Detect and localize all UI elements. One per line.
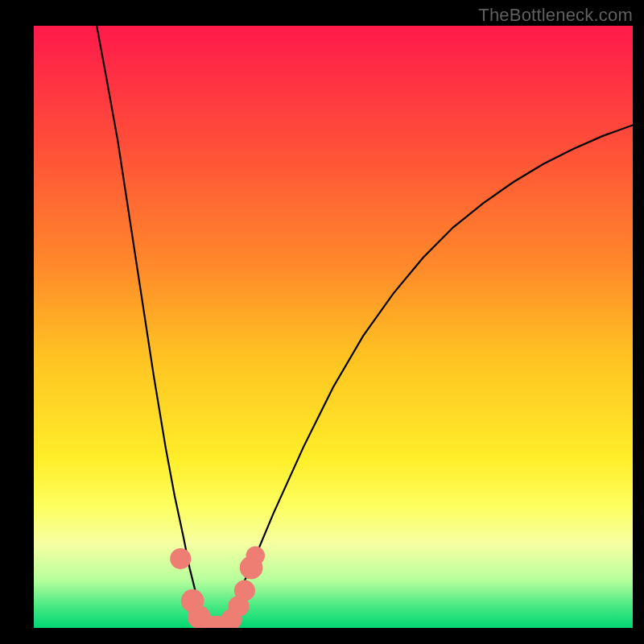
scatter-point [246,547,265,565]
scatter-point [234,580,255,601]
plot-area [34,26,633,628]
chart-frame: TheBottleneck.com [0,0,644,644]
scatter-point [170,548,191,569]
chart-svg [34,26,633,628]
gradient-background [34,26,633,628]
watermark-text: TheBottleneck.com [478,5,633,26]
